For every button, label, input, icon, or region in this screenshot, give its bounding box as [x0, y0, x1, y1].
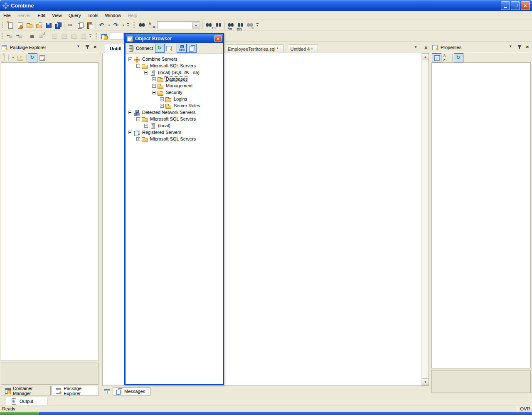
menu-file[interactable]: File — [0, 11, 14, 20]
tree-node-label[interactable]: Registered Servers — [141, 130, 182, 135]
pane-menu-button[interactable] — [508, 44, 515, 51]
match-case-button[interactable] — [226, 21, 236, 30]
tab-output[interactable]: Output — [6, 397, 47, 405]
toolbar-grip[interactable] — [2, 33, 3, 40]
pane-pin-button[interactable] — [516, 44, 523, 51]
taskbar[interactable] — [39, 412, 532, 415]
server-properties-button[interactable] — [165, 44, 174, 53]
tree-node-label[interactable]: (local) — [157, 123, 171, 128]
redo-button[interactable] — [111, 21, 121, 30]
tree-node-management[interactable]: Management — [126, 82, 223, 89]
cut-button[interactable] — [66, 21, 75, 30]
object-browser-titlebar[interactable]: Object Browser × — [126, 34, 223, 43]
tab-package-explorer[interactable]: Package Explorer — [52, 386, 99, 395]
pane-close-button[interactable] — [524, 44, 531, 51]
package-explorer-list[interactable] — [1, 62, 99, 361]
menu-view[interactable]: View — [49, 11, 65, 20]
toolbar-grip[interactable] — [96, 33, 97, 40]
az-sort-button[interactable] — [441, 53, 451, 62]
close-document-icon[interactable] — [423, 45, 429, 52]
menu-window[interactable]: Window — [101, 11, 124, 20]
categorized-button[interactable] — [432, 53, 441, 62]
open-from-server-button[interactable] — [34, 21, 44, 30]
results-grid-button[interactable] — [102, 387, 111, 395]
dropdown-arrow[interactable]: ▾ — [11, 53, 15, 62]
collapse-icon[interactable] — [128, 111, 132, 114]
line-clear-button[interactable] — [37, 32, 47, 41]
properties-grid[interactable] — [431, 62, 531, 368]
undo-button[interactable] — [97, 21, 107, 30]
menu-tools[interactable]: Tools — [84, 11, 102, 20]
tree-node-label[interactable]: Microsoft SQL Servers — [149, 116, 197, 121]
tree-node-label[interactable]: Logins — [173, 96, 188, 101]
collapse-icon[interactable] — [152, 91, 156, 94]
whole-word-button[interactable] — [236, 21, 245, 30]
editor-vertical-scrollbar[interactable]: ▲ ▼ — [421, 53, 429, 385]
tree-node-microsoft-sql-servers[interactable]: Microsoft SQL Servers — [126, 62, 223, 69]
refresh-button[interactable] — [454, 53, 463, 62]
document-tab[interactable]: Untitled 4 * — [286, 44, 318, 53]
expand-icon[interactable] — [160, 97, 164, 101]
tree-node-registered-servers[interactable]: Registered Servers — [126, 129, 223, 136]
tree-node-label[interactable]: Microsoft SQL Servers — [149, 136, 197, 141]
find-next-button[interactable] — [204, 21, 214, 30]
toolbar-grip[interactable] — [133, 22, 135, 29]
tree-node-databases[interactable]: Databases — [126, 76, 223, 82]
tree-node-label[interactable]: Server Roles — [173, 103, 201, 108]
tab-list-dropdown-icon[interactable] — [414, 45, 420, 52]
tree-node-microsoft-sql-servers[interactable]: Microsoft SQL Servers — [126, 116, 223, 122]
start-button[interactable] — [0, 412, 39, 415]
tree-node-label[interactable]: Combine Servers — [141, 57, 178, 62]
pane-close-button[interactable] — [92, 44, 99, 51]
tree-node-label[interactable]: Microsoft SQL Servers — [149, 63, 197, 68]
find-previous-button[interactable] — [214, 21, 223, 30]
tab-messages[interactable]: Messages — [113, 387, 150, 396]
expand-icon[interactable] — [136, 137, 140, 141]
document-tab[interactable]: EmployeeTerritories.sql * — [223, 44, 283, 53]
increase-indent-button[interactable] — [15, 32, 25, 41]
object-browser-close-button[interactable]: × — [214, 35, 222, 42]
scroll-down-button[interactable]: ▼ — [422, 378, 429, 385]
menu-edit[interactable]: Edit — [34, 11, 49, 20]
save-button[interactable] — [44, 21, 53, 30]
tree-node-security[interactable]: Security — [126, 89, 223, 96]
find-button[interactable] — [137, 21, 147, 30]
tree-node-label[interactable]: Detected Network Servers — [141, 110, 196, 115]
toolbar-overflow-chevron[interactable]: ▾ — [88, 32, 93, 41]
save-all-button[interactable] — [53, 21, 63, 30]
tree-node-label[interactable]: (local) (SQL 2K - sa) — [157, 70, 200, 75]
expand-icon[interactable] — [144, 124, 148, 128]
toolbar-grip[interactable] — [2, 22, 3, 29]
close-button[interactable]: × — [521, 1, 530, 10]
decrease-indent-button[interactable] — [5, 32, 15, 41]
container-button[interactable] — [99, 32, 109, 41]
new-from-template-button[interactable] — [15, 21, 25, 30]
show-registered-servers-toggle[interactable] — [187, 44, 197, 53]
show-network-servers-toggle[interactable] — [177, 44, 187, 53]
dropdown-arrow[interactable]: ▾ — [107, 21, 111, 30]
dropdown-arrow[interactable]: ▾ — [121, 21, 126, 30]
refresh-button[interactable] — [155, 44, 165, 53]
menu-query[interactable]: Query — [65, 11, 84, 20]
tree-node-logins[interactable]: Logins — [126, 96, 223, 102]
tree-node-label[interactable]: Security — [165, 90, 183, 95]
collapse-icon[interactable] — [136, 117, 140, 121]
tree-node-combine-servers[interactable]: Combine Servers — [126, 56, 223, 62]
collapse-icon[interactable] — [128, 57, 132, 61]
replace-button[interactable] — [147, 21, 156, 30]
line-list-button[interactable] — [27, 32, 37, 41]
document-tab[interactable]: Untitl — [105, 44, 126, 53]
expand-icon[interactable] — [152, 77, 156, 81]
properties-form-button[interactable] — [37, 53, 47, 62]
copy-button[interactable] — [75, 21, 85, 30]
expand-icon[interactable] — [160, 104, 164, 108]
collapse-icon[interactable] — [144, 71, 148, 74]
open-file-button[interactable] — [25, 21, 34, 30]
connect-button[interactable]: Connect — [127, 44, 155, 53]
toolbar-overflow-chevron[interactable]: ▾ — [126, 21, 131, 30]
collapse-icon[interactable] — [136, 64, 140, 68]
tree-node-label[interactable]: Management — [165, 83, 193, 88]
tree-node-label[interactable]: Databases — [165, 77, 189, 82]
tree-node--local-sql-2k-sa-[interactable]: (local) (SQL 2K - sa) — [126, 69, 223, 76]
tree-node-microsoft-sql-servers[interactable]: Microsoft SQL Servers — [126, 136, 223, 142]
